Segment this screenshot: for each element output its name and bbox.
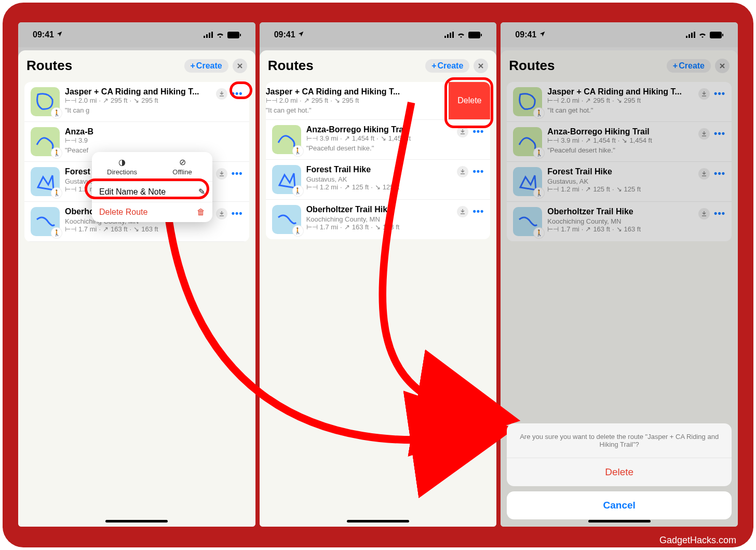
create-button[interactable]: +Create: [425, 59, 469, 73]
route-title: Anza-B: [65, 127, 243, 136]
route-item-jasper[interactable]: 🚶 Jasper + CA Riding and Hiking T... ⊢⊣2…: [507, 82, 732, 122]
route-note: "Peaceful desert hike.": [306, 144, 452, 152]
more-button[interactable]: •••: [232, 208, 243, 219]
download-icon[interactable]: [457, 166, 468, 177]
route-title: Forest Trail Hike: [306, 165, 452, 174]
svg-rect-8: [450, 33, 451, 38]
route-thumbnail: 🚶: [513, 207, 542, 236]
route-item-forest[interactable]: 🚶 Forest Trail Hike Gustavus, AK ⊢⊣1.2 m…: [266, 160, 491, 200]
route-item-oberholtzer[interactable]: 🚶 Oberholtzer Trail Hike Koochiching Cou…: [507, 202, 732, 241]
download-icon[interactable]: [457, 126, 468, 138]
svg-rect-11: [481, 34, 482, 36]
home-indicator[interactable]: [588, 520, 651, 522]
route-item-oberholtzer[interactable]: 🚶 Oberholtzer Trail Hike Koochiching Cou…: [266, 200, 491, 239]
action-sheet-cancel[interactable]: Cancel: [507, 491, 732, 519]
svg-rect-9: [452, 32, 454, 38]
route-list: 🚶 Jasper + CA Riding and Hiking T... ⊢⊣2…: [24, 82, 249, 242]
ctx-edit[interactable]: Edit Name & Note ✎: [92, 182, 212, 202]
ctx-directions[interactable]: ◑Directions: [92, 157, 152, 176]
svg-rect-15: [694, 32, 695, 38]
status-bar: 09:41: [18, 22, 255, 47]
phone-screenshot-2: 09:41 Routes +Create Jasper + CA Ridi: [260, 22, 497, 527]
more-button[interactable]: •••: [714, 88, 725, 99]
more-button[interactable]: •••: [232, 168, 243, 179]
more-button[interactable]: •••: [714, 128, 725, 139]
more-button[interactable]: •••: [473, 126, 484, 137]
plus-icon: +: [431, 61, 436, 71]
plus-icon: +: [673, 61, 678, 71]
download-icon[interactable]: [216, 208, 227, 219]
route-item-forest[interactable]: 🚶 Forest Trail Hike Gustavus, AK ⊢⊣1.2 m…: [507, 162, 732, 202]
route-meta: ⊢⊣2.0 mi · ↗295 ft · ↘295 ft: [547, 97, 693, 104]
tutorial-frame: 09:41 Routes + Create: [3, 3, 753, 547]
walk-icon: 🚶: [51, 108, 62, 118]
phone-screenshot-3: 09:41 Routes +Create 🚶 Jasper + CA: [501, 22, 738, 527]
download-icon[interactable]: [216, 168, 227, 180]
route-item-jasper[interactable]: Jasper + CA Riding and Hiking T... ⊢⊣2.0…: [266, 82, 491, 120]
route-thumbnail: 🚶: [31, 207, 60, 236]
route-thumbnail: 🚶: [272, 165, 301, 194]
home-indicator[interactable]: [347, 520, 409, 522]
download-icon[interactable]: [216, 88, 227, 100]
page-title: Routes: [268, 58, 314, 74]
close-icon: [478, 63, 484, 69]
plus-icon: +: [191, 61, 195, 71]
svg-rect-0: [204, 36, 205, 38]
download-icon[interactable]: [698, 168, 710, 180]
close-button[interactable]: [715, 59, 730, 73]
create-button[interactable]: +Create: [667, 59, 711, 73]
route-title: Anza-Borrego Hiking Trail: [547, 127, 693, 136]
download-icon[interactable]: [698, 208, 710, 219]
route-title: Anza-Borrego Hiking Trail: [306, 125, 452, 134]
route-item-anza[interactable]: 🚶 Anza-Borrego Hiking Trail ⊢⊣3.9 mi · ↗…: [507, 122, 732, 162]
phone-screenshot-1: 09:41 Routes + Create: [18, 22, 255, 527]
download-icon[interactable]: [698, 128, 710, 140]
svg-rect-17: [722, 34, 723, 36]
status-time: 09:41: [515, 30, 545, 39]
close-button[interactable]: [474, 59, 488, 73]
context-menu: ◑Directions ⊘Offline Edit Name & Note ✎ …: [92, 152, 212, 222]
close-icon: [237, 63, 243, 69]
route-subtitle: Gustavus, AK: [547, 177, 693, 185]
route-meta: ⊢⊣2.0 mi · ↗295 ft · ↘295 ft: [266, 97, 444, 104]
download-icon[interactable]: [698, 88, 710, 100]
route-meta: ⊢⊣1.7 mi · ↗163 ft · ↘163 ft: [547, 225, 693, 233]
svg-rect-2: [209, 33, 210, 38]
svg-rect-16: [710, 32, 722, 38]
create-button[interactable]: + Create: [184, 59, 228, 73]
close-icon: [719, 63, 725, 69]
route-title: Jasper + CA Riding and Hiking T...: [65, 87, 211, 97]
ctx-delete-route[interactable]: Delete Route 🗑: [92, 202, 212, 222]
battery-icon: [710, 32, 723, 38]
route-subtitle: Koochiching County, MN: [547, 217, 693, 225]
more-button[interactable]: •••: [714, 208, 725, 219]
route-title: Oberholtzer Trail Hike: [306, 205, 452, 214]
route-item-anza[interactable]: 🚶 Anza-Borrego Hiking Trail ⊢⊣3.9 mi · ↗…: [266, 120, 491, 160]
more-button[interactable]: •••: [473, 206, 484, 217]
route-note: "It can get hot.": [547, 106, 693, 114]
walk-icon: 🚶: [534, 188, 544, 198]
route-title: Jasper + CA Riding and Hiking T...: [547, 87, 693, 97]
route-title: Oberholtzer Trail Hike: [547, 207, 693, 216]
close-button[interactable]: [233, 59, 247, 73]
more-button[interactable]: •••: [232, 88, 243, 99]
more-button[interactable]: •••: [473, 166, 484, 177]
download-icon[interactable]: [457, 206, 468, 217]
route-meta: ⊢⊣1.7 mi · ↗163 ft · ↘163 ft: [306, 223, 452, 231]
action-sheet-delete[interactable]: Delete: [507, 458, 732, 486]
more-button[interactable]: •••: [714, 168, 725, 179]
route-list: 🚶 Jasper + CA Riding and Hiking T... ⊢⊣2…: [507, 82, 732, 241]
wifi-icon: [457, 32, 465, 38]
pencil-icon: ✎: [198, 187, 205, 197]
route-thumbnail: 🚶: [272, 125, 301, 154]
route-thumbnail: 🚶: [513, 167, 542, 196]
home-indicator[interactable]: [105, 520, 168, 522]
page-title: Routes: [509, 58, 555, 74]
ctx-offline[interactable]: ⊘Offline: [152, 157, 212, 176]
battery-icon: [227, 32, 241, 38]
signal-icon: [444, 32, 454, 38]
route-item-jasper[interactable]: 🚶 Jasper + CA Riding and Hiking T... ⊢⊣2…: [24, 82, 249, 122]
walk-icon: 🚶: [293, 146, 303, 156]
route-subtitle: Koochiching County, MN: [306, 215, 452, 223]
swipe-delete-button[interactable]: Delete: [449, 82, 490, 119]
